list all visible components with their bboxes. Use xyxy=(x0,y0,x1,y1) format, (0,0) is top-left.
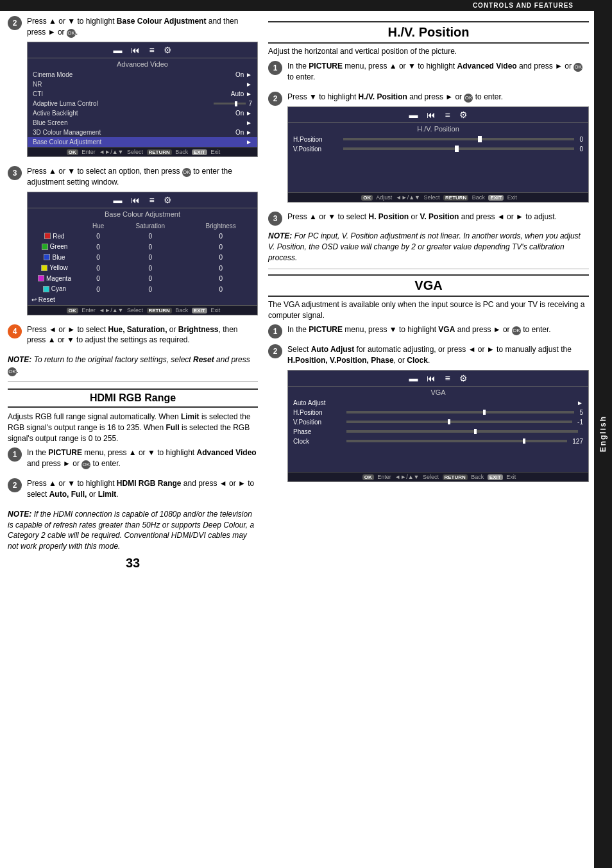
hdmi-step-2-badge: 2 xyxy=(8,478,22,492)
page-wrapper: CONTROLS AND FEATURES English 2 Press ▲ … xyxy=(0,0,612,576)
hv-step-1-badge: 1 xyxy=(268,61,282,75)
menu-row-cinema: Cinema Mode On ► xyxy=(28,70,257,79)
swatch-red xyxy=(44,233,51,239)
hdmi-step-1-text: In the PICTURE menu, press ▲ or ▼ to hig… xyxy=(27,447,258,469)
bca-row-reset: ↩ Reset xyxy=(29,296,256,304)
bca-table: Hue Saturation Brightness Red 000 xyxy=(28,220,257,305)
step-4-text: Press ◄ or ► to select Hue, Saturation, … xyxy=(27,324,258,346)
page-number: 33 xyxy=(8,556,258,571)
hdmi-step-2-content: Press ▲ or ▼ to highlight HDMI RGB Range… xyxy=(27,478,258,504)
menu-row-bca: Base Colour Adjustment ► xyxy=(28,137,257,147)
vga-step-1-content: In the PICTURE menu, press ▼ to highligh… xyxy=(287,324,589,339)
adv-video-footer: OK Enter ◄►/▲▼ Select RETURN Back EXIT E… xyxy=(28,147,257,156)
swatch-green xyxy=(42,244,48,250)
step-4-content: Press ◄ or ► to select Hue, Saturation, … xyxy=(27,324,258,350)
tv-icon-4: ⚙ xyxy=(164,45,172,55)
step-4-badge: 4 xyxy=(8,324,22,338)
hv-menu: ▬ ⏮ ≡ ⚙ H./V. Position H.Position 0 xyxy=(287,106,589,203)
bca-menu: ▬ ⏮ ≡ ⚙ Base Colour Adjustment Hue xyxy=(27,192,258,315)
hv-step-2-badge: 2 xyxy=(268,92,282,106)
step-4-row: 4 Press ◄ or ► to select Hue, Saturation… xyxy=(8,324,258,350)
vga-vpos-slider xyxy=(346,421,572,423)
hv-row-hpos: H.Position 0 xyxy=(288,135,588,144)
swatch-cyan xyxy=(43,286,49,292)
bca-row-blue: Blue 000 xyxy=(29,253,256,263)
hv-section-title: H./V. Position xyxy=(268,21,589,44)
hv-step-3-content: Press ▲ or ▼ to select H. Position or V.… xyxy=(287,212,589,226)
hv-step-2-row: 2 Press ▼ to highlight H./V. Position an… xyxy=(268,92,589,206)
hv-step-3-text: Press ▲ or ▼ to select H. Position or V.… xyxy=(287,212,589,222)
menu-row-backlight: Active Backlight On ► xyxy=(28,108,257,118)
hv-step-1-content: In the PICTURE menu, press ▲ or ▼ to hig… xyxy=(287,61,589,87)
vga-hpos-slider xyxy=(346,411,574,413)
side-tab: English xyxy=(594,0,612,868)
side-tab-text: English xyxy=(599,415,608,452)
header-label: CONTROLS AND FEATURES xyxy=(473,2,574,9)
vga-row-auto: Auto Adjust ► xyxy=(288,398,588,408)
bca-row-green: Green 000 xyxy=(29,242,256,252)
step-2-row: 2 Press ▲ or ▼ to highlight Base Colour … xyxy=(8,16,258,161)
vga-menu: ▬ ⏮ ≡ ⚙ VGA Auto Adjust ► H.Position xyxy=(287,370,589,482)
content-area: 2 Press ▲ or ▼ to highlight Base Colour … xyxy=(0,11,612,576)
vga-intro: The VGA adjustment is available only whe… xyxy=(268,299,589,321)
swatch-blue xyxy=(44,254,50,260)
step-2-content: Press ▲ or ▼ to highlight Base Colour Ad… xyxy=(27,16,258,161)
vga-section-title: VGA xyxy=(268,274,589,297)
bca-row-cyan: Cyan 000 xyxy=(29,285,256,294)
divider-vga xyxy=(268,269,589,269)
hv-footer: OK Adjust ◄►/▲▼ Select RETURN Back EXIT … xyxy=(288,192,588,202)
col-sat: Saturation xyxy=(116,221,184,231)
adv-video-title: Advanced Video xyxy=(28,58,257,70)
hv-icons: ▬ ⏮ ≡ ⚙ xyxy=(288,107,588,123)
col-bri: Brightness xyxy=(185,221,256,231)
vpos-slider xyxy=(343,147,574,150)
vga-step-1-row: 1 In the PICTURE menu, press ▼ to highli… xyxy=(268,324,589,339)
tv-icon-1: ▬ xyxy=(113,45,122,55)
bca-row-magenta: Magenta 000 xyxy=(29,274,256,284)
hv-step-2-content: Press ▼ to highlight H./V. Position and … xyxy=(287,92,589,206)
tv-icon-3: ≡ xyxy=(149,45,154,55)
hv-step-2-text: Press ▼ to highlight H./V. Position and … xyxy=(287,92,589,103)
advanced-video-menu: ▬ ⏮ ≡ ⚙ Advanced Video Cinema Mode On ► … xyxy=(27,42,258,157)
menu-row-3d: 3D Colour Management On ► xyxy=(28,128,257,137)
tv-menu-icons: ▬ ⏮ ≡ ⚙ xyxy=(28,42,257,58)
hdmi-step-2-row: 2 Press ▲ or ▼ to highlight HDMI RGB Ran… xyxy=(8,478,258,504)
step-3-text: Press ▲ or ▼ to select an option, then p… xyxy=(27,166,258,188)
hdmi-step-2-text: Press ▲ or ▼ to highlight HDMI RGB Range… xyxy=(27,478,258,500)
step-3-row: 3 Press ▲ or ▼ to select an option, then… xyxy=(8,166,258,319)
menu-row-cti: CTI Auto ► xyxy=(28,89,257,99)
hv-step-1-text: In the PICTURE menu, press ▲ or ▼ to hig… xyxy=(287,61,589,83)
vga-step-1-badge: 1 xyxy=(268,324,282,338)
hv-intro: Adjust the horizontal and vertical posit… xyxy=(268,46,589,57)
step-2-text: Press ▲ or ▼ to highlight Base Colour Ad… xyxy=(27,16,258,38)
left-column: 2 Press ▲ or ▼ to highlight Base Colour … xyxy=(8,16,258,571)
hdmi-step-1-content: In the PICTURE menu, press ▲ or ▼ to hig… xyxy=(27,447,258,473)
header-bar: CONTROLS AND FEATURES xyxy=(0,0,612,11)
vga-step-2-text: Select Auto Adjust for automatic adjusti… xyxy=(287,344,589,366)
right-column: H./V. Position Adjust the horizontal and… xyxy=(268,16,589,571)
vga-step-1-text: In the PICTURE menu, press ▼ to highligh… xyxy=(287,324,589,335)
hv-menu-title: H./V. Position xyxy=(288,123,588,135)
vga-step-2-content: Select Auto Adjust for automatic adjusti… xyxy=(287,344,589,486)
vga-footer: OK Enter ◄►/▲▼ Select RETURN Back EXIT E… xyxy=(288,472,588,481)
bca-row-yellow: Yellow 000 xyxy=(29,263,256,273)
vga-phase-slider xyxy=(346,430,578,433)
hdmi-step-1-badge: 1 xyxy=(8,447,22,462)
hdmi-section-title: HDMI RGB Range xyxy=(8,388,258,408)
hdmi-note: NOTE: If the HDMI connection is capable … xyxy=(8,509,258,552)
menu-row-nr: NR ► xyxy=(28,79,257,89)
menu-row-alc: Adaptive Luma Control 7 xyxy=(28,99,257,108)
bca-note: NOTE: To return to the original factory … xyxy=(8,355,258,376)
tv-icon-2: ⏮ xyxy=(131,45,140,55)
vga-step-2-badge: 2 xyxy=(268,344,282,358)
swatch-yellow xyxy=(41,265,47,271)
swatch-magenta xyxy=(38,275,44,281)
bca-title: Base Colour Adjustment xyxy=(28,208,257,220)
hv-step-3-badge: 3 xyxy=(268,212,282,226)
hv-step-1-row: 1 In the PICTURE menu, press ▲ or ▼ to h… xyxy=(268,61,589,87)
hv-note: NOTE: For PC input, V. Position adjustme… xyxy=(268,231,589,263)
bca-icons: ▬ ⏮ ≡ ⚙ xyxy=(28,192,257,208)
col-hue: Hue xyxy=(81,221,115,231)
hpos-slider xyxy=(343,138,574,140)
bca-footer: OK Enter ◄►/▲▼ Select RETURN Back EXIT E… xyxy=(28,305,257,315)
